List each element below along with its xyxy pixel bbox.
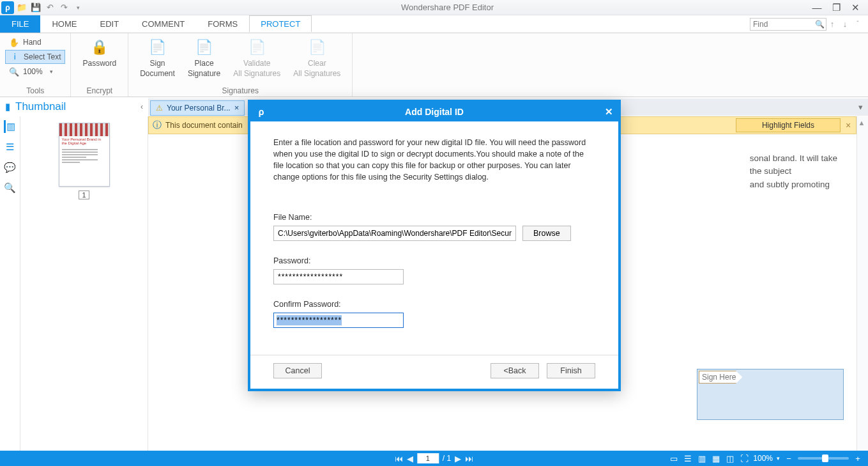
find-next-icon[interactable]: ↓ [840, 19, 850, 29]
confirm-password-input[interactable]: ****************** [273, 313, 404, 328]
page-total: / 1 [443, 454, 451, 463]
tab-home[interactable]: HOME [40, 15, 88, 33]
tab-file[interactable]: FILE [0, 15, 40, 33]
notice-close-icon[interactable]: × [841, 120, 856, 130]
password-button[interactable]: 🔒 Password [76, 36, 123, 68]
gutter-up-icon[interactable]: ▲ [858, 119, 867, 128]
finish-button[interactable]: Finish [547, 363, 595, 378]
place-sig-l2: Signature [188, 69, 220, 78]
app-title: Wondershare PDF Editor [84, 3, 811, 12]
tab-comment[interactable]: COMMENT [130, 15, 196, 33]
zoom-label: 100% [23, 67, 43, 76]
validate-l2: All Signatures [233, 69, 280, 78]
view-grid-icon[interactable]: ▦ [711, 453, 721, 463]
view-fit-icon[interactable]: ◫ [725, 453, 735, 463]
ribbon-tab-strip: FILE HOME EDIT COMMENT FORMS PROTECT 🔍 ↑… [0, 15, 868, 33]
undo-icon[interactable]: ↶ [43, 1, 56, 14]
document-tab[interactable]: ⚠ Your Personal Br... × [150, 100, 245, 116]
open-icon[interactable]: 📁 [15, 1, 28, 14]
hand-icon: ✋ [9, 37, 19, 47]
save-icon[interactable]: 💾 [29, 1, 42, 14]
prev-page-icon[interactable]: ◀ [407, 454, 413, 463]
status-zoom-label: 100% [753, 454, 773, 463]
zoom-dropdown-icon[interactable]: ▾ [777, 455, 780, 462]
search-rail-icon[interactable]: 🔍 [4, 182, 17, 194]
tools-group-label: Tools [5, 85, 65, 95]
back-button[interactable]: <Back [491, 363, 539, 378]
status-right: ▭ ☰ ▥ ▦ ◫ ⛶ 100% ▾ − + [669, 453, 863, 463]
view-continuous-icon[interactable]: ☰ [683, 453, 693, 463]
clear-icon: 📄 [307, 37, 327, 58]
zoom-icon: 🔍 [9, 66, 19, 77]
select-text-tool[interactable]: ᎥSelect Text [5, 50, 65, 64]
page-input[interactable] [417, 453, 439, 463]
side-rail: ▥ ☰ 💬 🔍 [0, 116, 20, 451]
view-fullscreen-icon[interactable]: ⛶ [739, 453, 749, 463]
comments-rail-icon[interactable]: 💬 [4, 161, 17, 174]
sign-document-button[interactable]: 📄 Sign Document [133, 36, 181, 78]
app-logo-icon: ρ [1, 1, 14, 14]
first-page-icon[interactable]: ⏮ [395, 454, 403, 463]
confirm-password-value: ****************** [277, 315, 342, 325]
view-single-icon[interactable]: ▭ [669, 453, 679, 463]
clear-all-button[interactable]: 📄 Clear All Signatures [287, 36, 347, 78]
minimize-button[interactable]: — [811, 1, 823, 14]
view-facing-icon[interactable]: ▥ [697, 453, 707, 463]
thumbnails-rail-icon[interactable]: ▥ [4, 120, 17, 133]
next-page-icon[interactable]: ▶ [455, 454, 461, 463]
find-box: 🔍 ↑ ↓ ˆ [750, 15, 868, 33]
cancel-button[interactable]: Cancel [273, 363, 322, 378]
dialog-close-icon[interactable]: ✕ [605, 106, 613, 118]
hand-tool[interactable]: ✋Hand [5, 36, 65, 49]
password-input[interactable] [273, 269, 404, 284]
validate-all-button[interactable]: 📄 Validate All Signatures [227, 36, 287, 78]
zoom-in-icon[interactable]: + [853, 453, 863, 463]
file-name-input[interactable] [273, 226, 516, 241]
password-label: Password [82, 59, 116, 68]
place-signature-button[interactable]: 📄 Place Signature [181, 36, 227, 78]
highlight-fields-button[interactable]: Highlight Fields [736, 118, 841, 132]
find-prev-icon[interactable]: ↑ [827, 19, 837, 29]
thumbnail-page-1[interactable]: Your Personal Brand in the Digital Age [59, 123, 110, 187]
dialog-body: Enter a file location and password for y… [250, 121, 618, 355]
last-page-icon[interactable]: ⏭ [465, 454, 473, 463]
signature-field[interactable]: Sign Here [697, 369, 844, 420]
zoom-out-icon[interactable]: − [784, 453, 794, 463]
sign-doc-l2: Document [140, 69, 175, 78]
quick-access-toolbar: ρ 📁 💾 ↶ ↷ ▾ [0, 1, 84, 14]
status-bar: ⏮ ◀ / 1 ▶ ⏭ ▭ ☰ ▥ ▦ ◫ ⛶ 100% ▾ − + [0, 451, 868, 466]
place-signature-icon: 📄 [194, 37, 215, 58]
tools-stack: ✋Hand ᎥSelect Text 🔍100%▾ [5, 36, 65, 78]
sign-document-icon: 📄 [148, 37, 168, 58]
thumbnail-panel-header: ▮ Thumbnail ‹ [0, 100, 148, 113]
zoom-tool[interactable]: 🔍100%▾ [5, 65, 65, 78]
search-icon[interactable]: 🔍 [815, 20, 825, 29]
select-text-label: Select Text [24, 52, 61, 61]
doc-tab-overflow-icon[interactable]: ▾ [858, 98, 868, 116]
ribbon-collapse-icon[interactable]: ˆ [853, 19, 863, 29]
dialog-footer: Cancel <Back Finish [250, 355, 618, 389]
close-tab-icon[interactable]: × [234, 103, 240, 113]
tab-protect[interactable]: PROTECT [249, 15, 312, 33]
ribbon-group-signatures: 📄 Sign Document 📄 Place Signature 📄 Vali… [128, 33, 353, 97]
redo-icon[interactable]: ↷ [57, 1, 70, 14]
zoom-slider[interactable] [798, 457, 849, 460]
bookmarks-rail-icon[interactable]: ☰ [4, 141, 17, 153]
maximize-button[interactable]: ❐ [830, 1, 842, 14]
add-digital-id-dialog: ρ Add Digital ID ✕ Enter a file location… [248, 100, 621, 391]
ribbon-group-encrypt: 🔒 Password Encrypt [71, 33, 128, 97]
tab-forms[interactable]: FORMS [196, 15, 249, 33]
sign-doc-l1: Sign [150, 59, 165, 68]
page-navigator: ⏮ ◀ / 1 ▶ ⏭ [395, 453, 473, 463]
qat-dropdown-icon[interactable]: ▾ [72, 1, 84, 14]
close-button[interactable]: ✕ [849, 1, 862, 14]
clear-l2: All Signatures [293, 69, 340, 78]
collapse-panel-icon[interactable]: ‹ [141, 102, 143, 111]
dialog-titlebar: ρ Add Digital ID ✕ [250, 102, 618, 121]
tab-edit[interactable]: EDIT [88, 15, 130, 33]
ribbon: ✋Hand ᎥSelect Text 🔍100%▾ Tools 🔒 Passwo… [0, 33, 868, 97]
confirm-password-label: Confirm Password: [273, 300, 595, 309]
hand-label: Hand [23, 38, 42, 47]
dialog-logo-icon: ρ [255, 106, 267, 118]
browse-button[interactable]: Browse [522, 226, 571, 241]
